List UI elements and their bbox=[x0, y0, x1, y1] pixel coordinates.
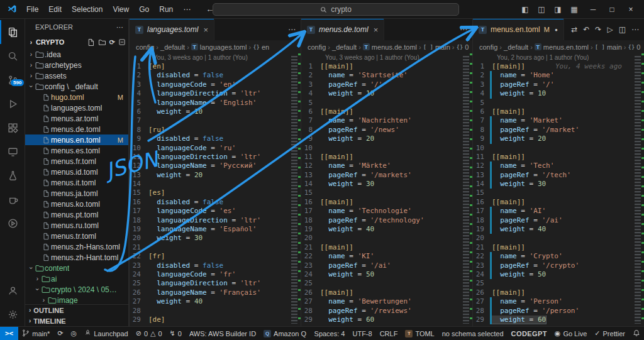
breadcrumb-item[interactable]: Tmenus.de.toml bbox=[363, 43, 417, 51]
breadcrumb-item[interactable]: _default bbox=[504, 43, 528, 51]
tree-file-menus-ru-toml[interactable]: menus.ru.toml bbox=[25, 220, 128, 231]
code-line[interactable]: 1[en] bbox=[130, 62, 301, 71]
tree-file-menus-ko-toml[interactable]: menus.ko.toml bbox=[25, 199, 128, 209]
tree-folder--idea[interactable]: ›.idea bbox=[25, 49, 128, 60]
tree-file-languages-toml[interactable]: languages.toml bbox=[25, 102, 128, 113]
code-line[interactable]: 28 pageRef = '/reviews' bbox=[301, 307, 472, 315]
breadcrumb-item[interactable]: {}0 bbox=[456, 43, 469, 51]
code-line[interactable]: 7 name = 'Nachrichten' bbox=[301, 116, 472, 125]
search-icon[interactable] bbox=[0, 44, 25, 68]
tree-folder-content[interactable]: ›content bbox=[25, 263, 128, 273]
code-line[interactable]: 23 pageRef = '/crypto' bbox=[473, 261, 644, 270]
schema[interactable]: no schema selected bbox=[438, 327, 508, 340]
code-line[interactable]: 7 bbox=[130, 116, 301, 125]
testing-icon[interactable] bbox=[0, 163, 25, 187]
code-line[interactable]: 2 name = 'Startseite' bbox=[301, 71, 472, 80]
code-line[interactable]: 18 pageRef = '/ai' bbox=[473, 216, 644, 225]
code-line[interactable]: 22[fr] bbox=[130, 252, 301, 261]
code-line[interactable]: 10 languageCode = 'ru' bbox=[130, 144, 301, 153]
code-line[interactable]: 18 pageRef = '/technology' bbox=[301, 216, 472, 225]
menu-go[interactable]: Go bbox=[134, 3, 154, 16]
close-tab-icon[interactable]: × bbox=[203, 25, 208, 35]
code-line[interactable]: 4 languageDirection = 'ltr' bbox=[130, 89, 301, 98]
breadcrumb-item[interactable]: config bbox=[308, 43, 326, 51]
encoding[interactable]: UTF-8 bbox=[348, 327, 375, 340]
code-line[interactable]: 4 weight = 10 bbox=[301, 89, 472, 98]
new-file-icon[interactable] bbox=[87, 38, 95, 47]
sync-indicator[interactable]: ⟳ bbox=[53, 327, 67, 340]
code-line[interactable]: 4 weight = 10 bbox=[473, 89, 644, 98]
menu-edit[interactable]: Edit bbox=[43, 3, 67, 16]
aws-builder-id[interactable]: AWS: AWS Builder ID bbox=[186, 327, 260, 340]
tree-file-menus-pt-toml[interactable]: menus.pt.toml bbox=[25, 209, 128, 220]
code-line[interactable]: 17 languageCode = 'es' bbox=[130, 207, 301, 216]
menu-selection[interactable]: Selection bbox=[67, 3, 108, 16]
code-line[interactable]: 14 weight = 30 bbox=[473, 180, 644, 189]
code-line[interactable]: 9 weight = 20 bbox=[301, 134, 472, 143]
toggle-primary-sidebar-icon[interactable]: ◧ bbox=[517, 2, 533, 17]
run-icon[interactable]: ▷ bbox=[607, 25, 613, 34]
extensions-icon[interactable] bbox=[0, 116, 25, 140]
code-line[interactable]: 16[[main]] bbox=[301, 198, 472, 207]
code-line[interactable]: 28 bbox=[130, 307, 301, 315]
tree-folder-assets[interactable]: ›assets bbox=[25, 70, 128, 81]
go-live[interactable]: ◉Go Live bbox=[551, 327, 591, 340]
problems-indicator[interactable]: ⊘0△0 bbox=[132, 327, 166, 340]
code-line[interactable]: 15 bbox=[301, 189, 472, 197]
explorer-icon[interactable] bbox=[0, 20, 25, 44]
collapse-folders-icon[interactable] bbox=[118, 38, 126, 46]
close-icon[interactable]: × bbox=[621, 1, 640, 18]
more-icon[interactable]: ⋯ bbox=[631, 25, 639, 34]
code-line[interactable]: 3 pageRef = '/' bbox=[473, 80, 644, 89]
code-line[interactable]: 14 bbox=[130, 180, 301, 189]
code-line[interactable]: 11 languageDirection = 'ltr' bbox=[130, 153, 301, 162]
tree-folder-archetypes[interactable]: ›archetypes bbox=[25, 60, 128, 70]
breadcrumb-item[interactable]: {}0 bbox=[628, 43, 640, 51]
code-line[interactable]: 5 languageName = 'English' bbox=[130, 99, 301, 107]
minimap[interactable] bbox=[635, 53, 644, 326]
gitlens-code-lens[interactable]: You, 3 weeks ago | 1 author (You) bbox=[301, 53, 472, 62]
code-line[interactable]: 21[[main]] bbox=[301, 243, 472, 252]
close-tab-icon[interactable]: × bbox=[374, 25, 379, 35]
toggle-secondary-sidebar-icon[interactable]: ◨ bbox=[550, 2, 566, 17]
code-line[interactable]: 24 languageCode = 'fr' bbox=[130, 270, 301, 279]
sidebar-more-actions-icon[interactable]: ⋯ bbox=[116, 23, 123, 31]
codegpt[interactable]: CODEGPT bbox=[508, 327, 551, 340]
code-line[interactable]: 26 languageName = 'Français' bbox=[130, 288, 301, 297]
code-line[interactable]: 8 pageRef = '/market' bbox=[473, 126, 644, 134]
code-line[interactable]: 29[de] bbox=[130, 315, 301, 324]
redo-icon[interactable]: ↷ bbox=[595, 25, 601, 34]
code-line[interactable]: 1[[main]]You, 4 weeks ago bbox=[473, 62, 644, 71]
code-line[interactable]: 10 bbox=[473, 144, 644, 153]
tree-file-menus-fr-toml[interactable]: menus.fr.toml bbox=[25, 156, 128, 167]
code-line[interactable]: 13 pageRef = '/markets' bbox=[301, 171, 472, 180]
split-editor-icon[interactable]: ◫ bbox=[619, 25, 626, 34]
breadcrumb-item[interactable]: [ ]main bbox=[423, 43, 450, 51]
code-line[interactable]: 18 languageDirection = 'ltr' bbox=[130, 216, 301, 225]
code-line[interactable]: 23 pageRef = '/ai' bbox=[301, 261, 472, 270]
run-debug-icon[interactable] bbox=[0, 92, 25, 116]
code-line[interactable]: 25 languageDirection = 'ltr' bbox=[130, 279, 301, 288]
tree-folder-crypto-2024-05-[interactable]: ›crypto \ 2024 \ 05… bbox=[25, 284, 128, 295]
breadcrumb-item[interactable]: _default bbox=[332, 43, 357, 51]
code-line[interactable]: 16[[main]] bbox=[473, 198, 644, 207]
target-indicator[interactable]: ◎ bbox=[67, 327, 81, 340]
code-line[interactable]: 8[ru] bbox=[130, 126, 301, 134]
toggle-panel-icon[interactable]: ◫ bbox=[533, 2, 550, 17]
open-changes-icon[interactable]: ⇄ bbox=[571, 25, 577, 34]
minimap[interactable] bbox=[291, 53, 301, 326]
code-line[interactable]: 10 bbox=[301, 144, 472, 153]
tree-file-menus-zh-hans-toml[interactable]: menus.zh-Hans.toml bbox=[25, 241, 128, 252]
code-line[interactable]: 25 bbox=[473, 279, 644, 288]
code-line[interactable]: 12 name = 'Tech' bbox=[473, 162, 644, 170]
code-line[interactable]: 26[[main]] bbox=[301, 288, 472, 297]
command-center-search[interactable]: crypto bbox=[213, 3, 459, 16]
branch-indicator[interactable]: main* bbox=[18, 327, 53, 340]
code-line[interactable]: 27 weight = 40 bbox=[130, 297, 301, 306]
code-line[interactable]: 22 name = 'Crypto' bbox=[473, 252, 644, 261]
code-line[interactable]: 2 name = 'Home' bbox=[473, 71, 644, 80]
menu-view[interactable]: View bbox=[108, 3, 134, 16]
code-line[interactable]: 17 name = 'Technologie' bbox=[301, 207, 472, 216]
code-line[interactable]: 21 bbox=[130, 243, 301, 252]
customize-layout-icon[interactable]: ▦ bbox=[566, 2, 582, 17]
